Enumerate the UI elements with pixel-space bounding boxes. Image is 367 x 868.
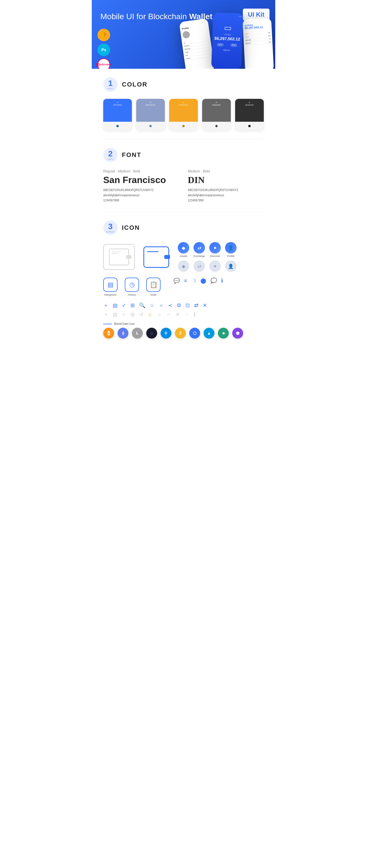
icon-title: ICON	[122, 224, 140, 231]
screens-badge: 60+ Screens	[97, 58, 110, 69]
hero-badges: Ps 60+ Screens	[97, 29, 110, 69]
wallet-icon-blue	[143, 246, 169, 268]
export-icon[interactable]: ⊡	[186, 302, 190, 309]
zcash-icon: Z	[175, 328, 186, 339]
profile-icon[interactable]: 👤	[225, 242, 236, 253]
info-icon-gray: ℹ	[194, 311, 196, 318]
management-icon[interactable]: ▤	[103, 278, 117, 292]
app-icon-order[interactable]: 📋 Order	[146, 278, 161, 296]
small-icons-row-1: ＋ ▤ ✓ ⊞ 🔍 ☆ ＜ ≺ ⚙ ⊡ ⇄ ✕	[103, 302, 264, 309]
settings-icon[interactable]: ⚙	[177, 302, 181, 309]
font-section-header: 2 TWO FONT	[103, 148, 264, 162]
swap-icon[interactable]: ⇄	[194, 302, 198, 309]
color-card-blue: #3574FA	[103, 99, 132, 130]
color-card-gray: #8DA0C8	[136, 99, 165, 130]
nav-icon-discover-gray: ●	[209, 260, 221, 272]
section-number-2: 2 TWO	[103, 148, 117, 162]
font-san-francisco: Regular · Medium · Bold San Francisco AB…	[103, 169, 179, 203]
small-icons-row-2: ＋ ▤ ✓ ⊞ ↺ ☆ ＜ ↔ ✕ → ℹ	[103, 311, 264, 318]
app-icon-history[interactable]: ◷ History	[125, 278, 139, 296]
font-grid: Regular · Medium · Bold San Francisco AB…	[103, 169, 264, 203]
icon-section: 3 THREE ICON ◆ Assets	[92, 212, 275, 347]
exchange-icon[interactable]: ⇄	[194, 242, 205, 253]
grid-icon[interactable]: ▤	[113, 302, 117, 309]
app-icon-management[interactable]: ▤ Mangment	[103, 278, 117, 296]
exchange-icon-gray: ⇄	[194, 260, 205, 272]
nav-icon-profile[interactable]: 👤 Profile	[225, 242, 236, 257]
dash-icon: D	[161, 328, 171, 339]
litecoin-icon: Ł	[132, 328, 143, 339]
section-number-1: 1 ONE	[103, 78, 117, 92]
plus-icon-gray: ＋	[103, 311, 108, 318]
discover-icon-gray: ●	[209, 260, 221, 272]
wings-icon: ⌂	[146, 328, 157, 339]
back-icon-gray: ＜	[157, 311, 162, 318]
forward-icon-gray: →	[184, 312, 189, 318]
color-swatches: #3574FA #8DA0C8 #F5A623 #666666 #303030	[103, 99, 264, 130]
color-card-black: #303030	[235, 99, 264, 130]
share-icon[interactable]: ≺	[168, 302, 172, 309]
bitcoin-icon: ₿	[103, 328, 114, 339]
assets-icon[interactable]: ◆	[178, 242, 189, 253]
font-title: FONT	[122, 151, 141, 159]
layers-icon: ≡	[184, 278, 187, 284]
search-icon[interactable]: 🔍	[139, 302, 145, 309]
app-icons-row: ▤ Mangment ◷ History 📋 Order 💬 ≡ ☽ ⬤ 💭 ℹ	[103, 278, 264, 296]
section-number-3: 3 THREE	[103, 221, 117, 235]
assets-icon-gray: ◆	[178, 260, 189, 272]
color-card-darkgray: #666666	[202, 99, 231, 130]
ps-badge: Ps	[97, 43, 110, 56]
profile-icon-gray: 👤	[225, 260, 236, 272]
close-icon-gray: ✕	[175, 311, 180, 318]
phone-center: 9:41 ▭ myWallet $6,297,502.12 BTC ETH Si…	[211, 12, 244, 69]
matic-icon: ⬟	[232, 328, 243, 339]
nav-icon-exchange-gray: ⇄	[194, 260, 205, 272]
color-title: COLOR	[122, 81, 147, 88]
check-icon[interactable]: ✓	[122, 302, 126, 309]
history-icon[interactable]: ◷	[125, 278, 139, 292]
color-card-orange: #F5A623	[169, 99, 198, 130]
wallet-wireframe-container	[103, 244, 135, 270]
nav-icon-assets[interactable]: ◆ Assets	[178, 242, 189, 257]
swap-icon-gray: ↔	[166, 312, 171, 318]
misc-icons-group: 💬 ≡ ☽ ⬤ 💭 ℹ	[173, 278, 223, 296]
qr-icon-gray: ⊞	[131, 311, 135, 318]
check-icon-gray: ✓	[122, 311, 126, 318]
grid-icon-gray: ▤	[113, 311, 117, 318]
refresh-icon-gray: ↺	[139, 311, 143, 318]
grid-crypto-icon: ⬡	[189, 328, 200, 339]
font-din: Medium · Bold DIN ABCDEFGHIJKLMNOPQRSTUV…	[188, 169, 264, 203]
order-icon[interactable]: 📋	[146, 278, 161, 292]
circle-icon: ⬤	[200, 278, 206, 284]
icon-main-row: ◆ Assets ⇄ Exchange ● Discover 👤 Profile	[103, 242, 264, 272]
nav-icon-exchange[interactable]: ⇄ Exchange	[194, 242, 205, 257]
star-icon-orange: ☆	[148, 311, 152, 318]
nav-icon-profile-gray: 👤	[225, 260, 236, 272]
hero-section: Mobile UI for Blockchain Wallet UI Kit P…	[92, 0, 275, 69]
plus-icon[interactable]: ＋	[103, 302, 108, 309]
nav-icon-assets-gray: ◆	[178, 260, 189, 272]
phone-left: 9:41 ··· Profile AI› Mainnet› Message› N…	[179, 18, 215, 69]
nav-icon-discover[interactable]: ● Discover	[209, 242, 221, 257]
comment-icon: 💭	[210, 278, 217, 284]
icon-section-header: 3 THREE ICON	[103, 221, 264, 235]
star-icon[interactable]: ☆	[150, 302, 154, 309]
chat-icon: 💬	[173, 278, 180, 284]
close-icon[interactable]: ✕	[203, 302, 207, 309]
font-section: 2 TWO FONT Regular · Medium · Bold San F…	[92, 139, 275, 212]
crypto-icons-row: ₿ ⟠ Ł ⌂ D Z ⬡ ▲ ◈ ⬟	[103, 328, 264, 339]
moon-icon: ☽	[192, 278, 196, 284]
color-section: 1 ONE COLOR #3574FA #8DA0C8 #F5A623 #666…	[92, 69, 275, 139]
waves-icon: ▲	[204, 328, 215, 339]
blockchain-line	[103, 324, 112, 324]
nav-icons-group: ◆ Assets ⇄ Exchange ● Discover 👤 Profile	[178, 242, 236, 272]
color-section-header: 1 ONE COLOR	[103, 78, 264, 92]
ethereum-icon: ⟠	[117, 328, 129, 339]
qr-icon[interactable]: ⊞	[131, 302, 135, 309]
sketch-badge	[97, 29, 110, 41]
phone-right: ··· myWallet $6,297,502.12 ●BTC738 ●ETH5…	[243, 18, 274, 69]
back-icon[interactable]: ＜	[159, 302, 164, 309]
hero-phones: 9:41 ··· Profile AI› Mainnet› Message› N…	[182, 13, 273, 69]
info-icon: ℹ	[221, 278, 223, 284]
discover-icon[interactable]: ●	[209, 242, 221, 253]
